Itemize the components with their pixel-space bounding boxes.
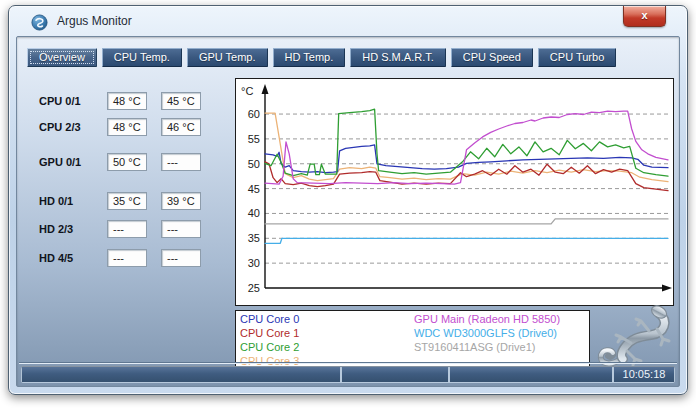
- y-tick-label: 30: [248, 257, 260, 269]
- series-cpu-core-1: [265, 162, 668, 191]
- y-tick-label: 55: [248, 133, 260, 145]
- tab-cpu-temp[interactable]: CPU Temp.: [102, 48, 182, 67]
- sensor-row: GPU 0/150 °C---: [39, 153, 229, 171]
- chart-panel: 6055504540353025°C: [235, 78, 674, 306]
- legend-item: GPU Main (Radeon HD 5850): [414, 312, 560, 326]
- legend-item: CPU Core 2: [240, 340, 299, 354]
- sensor-row: CPU 2/348 °C46 °C: [39, 118, 229, 136]
- sensor-row: HD 0/135 °C39 °C: [39, 192, 229, 210]
- sensor-label: CPU 0/1: [39, 95, 103, 107]
- statusbar-divider: [19, 362, 677, 364]
- tab-cpu-speed[interactable]: CPU Speed: [451, 48, 533, 67]
- y-tick-label: 40: [248, 207, 260, 219]
- temperature-chart: 6055504540353025°C: [236, 79, 673, 305]
- sensor-label: CPU 2/3: [39, 121, 103, 133]
- tab-hd-s-m-a-r-t[interactable]: HD S.M.A.R.T.: [350, 48, 446, 67]
- series-st9160411asg-drive1: [265, 219, 668, 224]
- sensor-value-box: 48 °C: [107, 118, 147, 136]
- legend-item: CPU Core 0: [240, 312, 299, 326]
- y-tick-label: 50: [248, 158, 260, 170]
- argus-monitor-window: Argus Monitor x OverviewCPU Temp.GPU Tem…: [8, 5, 688, 395]
- sensor-label: HD 4/5: [39, 252, 103, 264]
- sensor-row: HD 2/3------: [39, 220, 229, 238]
- sensor-label: GPU 0/1: [39, 156, 103, 168]
- tab-gpu-temp[interactable]: GPU Temp.: [187, 48, 268, 67]
- sensor-value-box: ---: [107, 249, 147, 267]
- sensor-value-box: ---: [161, 249, 201, 267]
- screen: Argus Monitor x OverviewCPU Temp.GPU Tem…: [0, 0, 696, 408]
- tab-cpu-turbo[interactable]: CPU Turbo: [538, 48, 616, 67]
- status-segment: [450, 367, 612, 382]
- legend-item: ST9160411ASG (Drive1): [414, 340, 560, 354]
- sensor-panel: CPU 0/148 °C45 °CCPU 2/348 °C46 °CGPU 0/…: [39, 92, 229, 267]
- sensor-value-box: 48 °C: [107, 92, 147, 110]
- sensor-value-box: 35 °C: [107, 192, 147, 210]
- sensor-value-box: 45 °C: [161, 92, 201, 110]
- x-axis-arrow-icon: [662, 285, 672, 292]
- sensor-value-box: ---: [161, 220, 201, 238]
- status-segment: [342, 367, 448, 382]
- series-cpu-core-2: [265, 109, 668, 176]
- legend-item: WDC WD3000GLFS (Drive0): [414, 326, 560, 340]
- y-tick-label: 45: [248, 183, 260, 195]
- close-icon: x: [641, 9, 647, 21]
- sensor-label: HD 0/1: [39, 195, 103, 207]
- sensor-row: HD 4/5------: [39, 249, 229, 267]
- sensor-label: HD 2/3: [39, 223, 103, 235]
- title-bar[interactable]: Argus Monitor x: [9, 6, 687, 36]
- tab-hd-temp[interactable]: HD Temp.: [273, 48, 346, 67]
- chart-legend: CPU Core 0CPU Core 1CPU Core 2CPU Core 3…: [235, 310, 590, 369]
- tab-overview[interactable]: Overview: [27, 48, 97, 67]
- tab-bar: OverviewCPU Temp.GPU Temp.HD Temp.HD S.M…: [27, 48, 616, 67]
- sensor-row: CPU 0/148 °C45 °C: [39, 92, 229, 110]
- legend-item: CPU Core 1: [240, 326, 299, 340]
- legend-column-right: GPU Main (Radeon HD 5850)WDC WD3000GLFS …: [414, 312, 560, 354]
- sensor-value-box: ---: [107, 220, 147, 238]
- y-tick-label: 35: [248, 232, 260, 244]
- sensor-value-box: 50 °C: [107, 153, 147, 171]
- client-area: OverviewCPU Temp.GPU Temp.HD Temp.HD S.M…: [16, 36, 680, 387]
- window-title: Argus Monitor: [57, 14, 132, 28]
- status-segment: [22, 367, 340, 382]
- sensor-value-box: 39 °C: [161, 192, 201, 210]
- y-tick-label: 60: [248, 108, 260, 120]
- close-button[interactable]: x: [623, 6, 666, 27]
- y-tick-label: 25: [248, 282, 260, 294]
- sensor-value-box: 46 °C: [161, 118, 201, 136]
- y-axis-unit-label: °C: [241, 85, 253, 97]
- status-bar: 10:05:18: [21, 366, 675, 383]
- app-icon: [31, 14, 48, 31]
- clock-display: 10:05:18: [614, 367, 674, 382]
- legend-column-left: CPU Core 0CPU Core 1CPU Core 2CPU Core 3: [240, 312, 299, 368]
- y-axis-arrow-icon: [262, 84, 269, 94]
- series-wdc-wd3000glfs-drive0: [265, 238, 668, 243]
- sensor-value-box: ---: [161, 153, 201, 171]
